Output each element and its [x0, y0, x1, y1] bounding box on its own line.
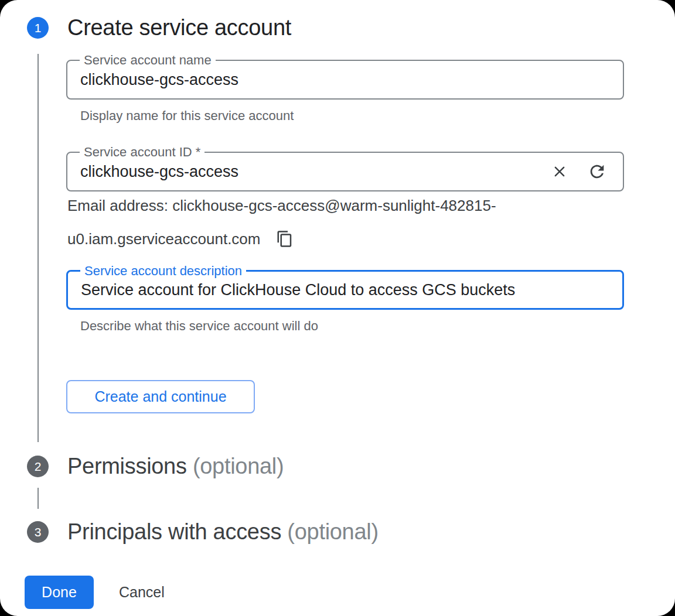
done-button[interactable]: Done — [25, 576, 94, 609]
refresh-icon[interactable] — [587, 161, 608, 182]
clear-icon[interactable] — [549, 161, 570, 182]
service-account-description-field[interactable]: Service account description — [66, 270, 624, 310]
step-3-indicator: 3 — [27, 521, 49, 543]
step-3-title-text: Principals with access — [67, 519, 281, 544]
service-account-name-field[interactable]: Service account name — [66, 60, 624, 100]
service-account-id-input[interactable] — [80, 153, 531, 190]
step-2-optional-label: (optional) — [193, 454, 284, 478]
email-address-line1: Email address: clickhouse-gcs-access@war… — [67, 197, 496, 215]
step-2-indicator: 2 — [27, 456, 49, 477]
step-3-title: Principals with access (optional) — [67, 519, 379, 545]
step-connector-line-2 — [38, 488, 39, 509]
step-1-indicator: 1 — [27, 17, 49, 39]
email-address-text: u0.iam.gserviceaccount.com — [67, 230, 260, 248]
step-1-title: Create service account — [67, 15, 291, 40]
step-2-title: Permissions (optional) — [67, 454, 284, 479]
service-account-id-field[interactable]: Service account ID * — [66, 152, 624, 191]
email-address-line2: u0.iam.gserviceaccount.com — [67, 230, 294, 248]
step-connector-line-1 — [38, 54, 39, 442]
service-account-description-helper: Describe what this service account will … — [80, 319, 318, 334]
step-2-title-text: Permissions — [67, 454, 187, 478]
create-and-continue-button[interactable]: Create and continue — [66, 380, 255, 413]
service-account-description-input[interactable] — [81, 272, 608, 308]
step-3-optional-label: (optional) — [287, 519, 378, 544]
copy-icon[interactable] — [275, 230, 294, 248]
service-account-name-input[interactable] — [80, 61, 531, 98]
create-service-account-panel: 1 Create service account Service account… — [0, 0, 675, 616]
service-account-name-helper: Display name for this service account — [80, 108, 294, 124]
cancel-button[interactable]: Cancel — [119, 576, 165, 609]
